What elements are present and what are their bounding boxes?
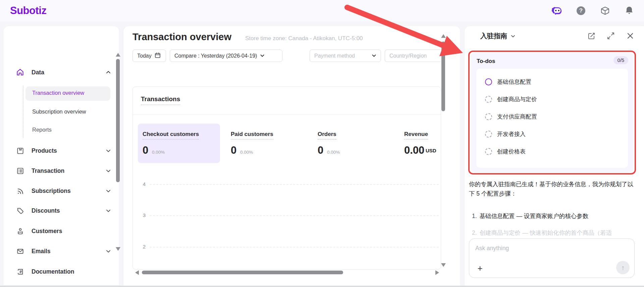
compare-label: Compare : Yesterday (2026-04-19) (174, 53, 257, 59)
scroll-up-arrow[interactable] (441, 34, 446, 38)
assistant-panel-title[interactable]: 入驻指南 (480, 31, 516, 41)
todo-item-payment-provider[interactable]: 支付供应商配置 (476, 108, 628, 125)
todos-header: To-dos (477, 58, 495, 65)
metric-label: Revenue (404, 131, 428, 140)
store-timezone: Store time zone: Canada - Atikokan, UTC-… (245, 35, 363, 42)
assistant-message: 你的专属入驻指南已生成！基于你的业务信息，我为你规划了以下 5 个配置步骤： (469, 180, 637, 198)
chevron-down-icon (511, 32, 516, 40)
scroll-up-arrow[interactable] (116, 53, 120, 57)
main-horizontal-scrollbar[interactable] (132, 270, 441, 275)
scroll-left-arrow[interactable] (135, 270, 139, 275)
todos-list: 基础信息配置 创建商品与定价 支付供应商配置 开发者接入 创建价格表 (476, 69, 628, 168)
scroll-down-arrow[interactable] (116, 247, 120, 251)
ai-assistant-icon[interactable] (551, 5, 562, 16)
y-axis-tick: 4 (140, 181, 146, 187)
todo-label: 开发者接入 (497, 130, 526, 138)
chart-gridline: 3 (133, 212, 441, 219)
date-range-button[interactable]: Today (132, 50, 166, 62)
tag-icon (16, 207, 24, 215)
sidebar-item-subscription-overview[interactable]: Subscription overview (32, 109, 86, 115)
metric-orders[interactable]: Orders 0 0.00% (313, 124, 395, 163)
country-region-input[interactable] (385, 50, 441, 62)
step-number: 1. (472, 213, 477, 219)
scroll-down-arrow[interactable] (441, 263, 446, 267)
todo-circle-icon[interactable] (485, 78, 492, 85)
horizontal-scrollbar-thumb[interactable] (142, 271, 343, 274)
todo-circle-icon[interactable] (485, 148, 492, 155)
transaction-list-icon (16, 167, 24, 175)
sidebar-item-discounts[interactable]: Discounts (3, 204, 114, 217)
sidebar: Data Transaction overview Subscription o… (3, 26, 119, 287)
chevron-down-icon (106, 189, 111, 195)
expand-icon[interactable] (606, 31, 615, 40)
metric-label: Checkout customers (143, 131, 199, 140)
help-icon[interactable]: ? (576, 5, 586, 16)
metric-value: 0 (231, 144, 236, 156)
metric-paid-customers[interactable]: Paid customers 0 0.00% (226, 124, 308, 163)
step-text: 创建商品与定价 — 快速初始化你的首个商品（若适 (480, 229, 612, 236)
metric-revenue[interactable]: Revenue 0.00 USD (399, 124, 437, 163)
todo-circle-icon[interactable] (485, 96, 492, 103)
window-bottom-edge (0, 286, 644, 287)
metric-value: 0 (143, 144, 148, 156)
sidebar-item-documentation[interactable]: Documentation (3, 265, 114, 278)
panel-title-text: 入驻指南 (480, 31, 507, 41)
package-icon[interactable] (600, 5, 610, 16)
sidebar-scrollbar[interactable] (116, 53, 120, 254)
todo-item-basic-info[interactable]: 基础信息配置 (476, 73, 628, 90)
sidebar-item-label: Transaction (32, 167, 64, 174)
close-icon[interactable] (626, 31, 635, 40)
metric-value: 0 (318, 144, 323, 156)
chat-composer: + ↑ (469, 238, 635, 278)
main-content: Transaction overview Store time zone: Ca… (123, 26, 460, 287)
scroll-right-arrow[interactable] (435, 270, 439, 275)
sidebar-item-label: Data (32, 69, 44, 76)
todo-label: 支付供应商配置 (497, 113, 537, 121)
new-chat-icon[interactable] (587, 31, 596, 40)
app-logo[interactable]: Subotiz (10, 5, 46, 17)
chevron-up-icon (106, 70, 111, 76)
sidebar-item-customers[interactable]: Customers (3, 224, 114, 238)
transactions-card-title[interactable]: Transactions (141, 95, 180, 105)
notifications-bell-icon[interactable] (624, 5, 635, 16)
todo-item-developer-access[interactable]: 开发者接入 (476, 125, 628, 143)
step-text: 基础信息配置 — 设置商家账户的核心参数 (480, 213, 589, 219)
sidebar-item-data[interactable]: Data (3, 66, 114, 79)
sidebar-item-transaction[interactable]: Transaction (3, 164, 114, 177)
sidebar-item-reports[interactable]: Reports (32, 127, 52, 133)
assistant-panel: 入驻指南 To-dos 0/5 (465, 26, 644, 287)
chevron-down-icon (106, 208, 111, 214)
product-box-icon (16, 147, 24, 155)
main-vertical-scrollbar[interactable] (441, 33, 445, 277)
sidebar-scrollbar-thumb[interactable] (116, 59, 120, 182)
compare-dropdown[interactable]: Compare : Yesterday (2026-04-19) (170, 50, 282, 62)
sidebar-item-label: Customers (32, 228, 62, 235)
y-axis-tick: 2 (140, 244, 146, 249)
chat-input[interactable] (469, 239, 634, 260)
sidebar-item-transaction-overview[interactable]: Transaction overview (25, 86, 110, 101)
todo-item-price-list[interactable]: 创建价格表 (476, 143, 628, 160)
todos-progress-badge: 0/5 (613, 56, 628, 64)
attach-plus-button[interactable]: + (475, 263, 485, 274)
sidebar-item-subscriptions[interactable]: Subscriptions (3, 184, 114, 198)
todo-label: 创建价格表 (497, 148, 526, 155)
todo-circle-icon[interactable] (485, 113, 492, 120)
home-icon (16, 68, 24, 76)
rss-icon (16, 187, 24, 195)
y-axis-tick: 3 (140, 212, 146, 218)
assistant-step-1: 1.基础信息配置 — 设置商家账户的核心参数 (472, 212, 640, 220)
sidebar-item-label: Discounts (32, 207, 60, 214)
send-button[interactable]: ↑ (616, 261, 630, 274)
todo-circle-icon[interactable] (485, 131, 492, 138)
payment-method-dropdown[interactable]: Payment method (310, 50, 381, 62)
assistant-step-2: 2.创建商品与定价 — 快速初始化你的首个商品（若适 (472, 229, 640, 237)
metric-delta: 0.00% (152, 150, 165, 155)
nav-guide-line (23, 86, 23, 138)
sidebar-item-products[interactable]: Products (3, 144, 114, 157)
chart-gridline: 4 (133, 181, 441, 188)
metric-checkout-customers[interactable]: Checkout customers 0 0.00% (138, 124, 220, 163)
chevron-down-icon (106, 168, 111, 174)
main-scrollbar-thumb[interactable] (441, 42, 445, 111)
sidebar-item-emails[interactable]: Emails (3, 244, 114, 258)
todo-item-create-products[interactable]: 创建商品与定价 (476, 90, 628, 108)
